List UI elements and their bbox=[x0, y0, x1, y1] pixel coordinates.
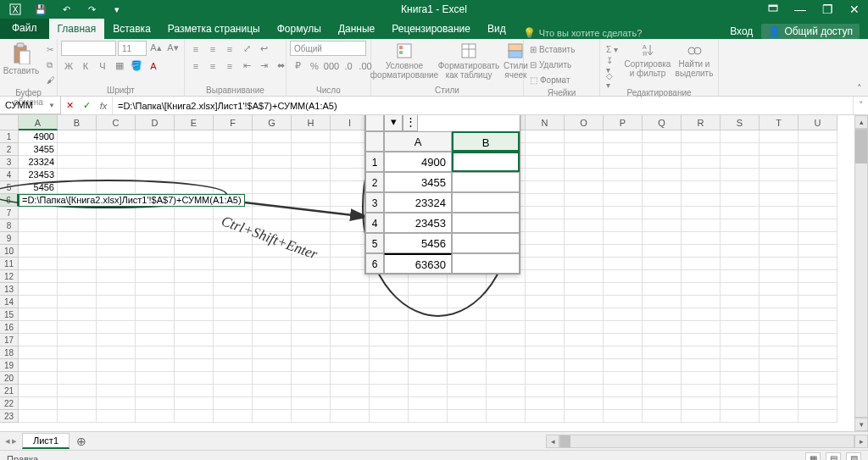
row-header-20[interactable]: 20 bbox=[0, 372, 19, 385]
cell-A2[interactable]: 3455 bbox=[19, 143, 58, 156]
cell-R4[interactable] bbox=[682, 169, 721, 181]
cell-A19[interactable] bbox=[19, 359, 58, 372]
cell-F10[interactable] bbox=[214, 245, 253, 258]
cell-J20[interactable] bbox=[370, 372, 409, 385]
cell-M18[interactable] bbox=[487, 346, 526, 359]
cell-K20[interactable] bbox=[409, 372, 448, 385]
cell-U17[interactable] bbox=[798, 334, 837, 346]
cell-R11[interactable] bbox=[682, 258, 721, 270]
cell-R17[interactable] bbox=[682, 334, 721, 346]
cell-A7[interactable] bbox=[19, 207, 58, 219]
cell-A11[interactable] bbox=[19, 258, 58, 270]
cell-C2[interactable] bbox=[97, 143, 136, 156]
cell-R15[interactable] bbox=[682, 308, 721, 321]
cell-J19[interactable] bbox=[370, 359, 409, 372]
cell-R16[interactable] bbox=[682, 321, 721, 334]
sheet-nav-prev[interactable]: ◂ bbox=[5, 435, 10, 446]
autosum-button[interactable]: Σ ▾ bbox=[604, 42, 621, 57]
row-header-2[interactable]: 2 bbox=[0, 143, 19, 156]
indent-dec-button[interactable]: ⇤ bbox=[239, 58, 254, 73]
cell-C18[interactable] bbox=[97, 346, 136, 359]
cell-S18[interactable] bbox=[721, 346, 760, 359]
cell-D9[interactable] bbox=[136, 232, 175, 245]
cell-U23[interactable] bbox=[798, 410, 837, 423]
col-header-P[interactable]: P bbox=[604, 115, 643, 130]
cell-S15[interactable] bbox=[721, 308, 760, 321]
cell-M17[interactable] bbox=[487, 334, 526, 346]
cell-J22[interactable] bbox=[370, 397, 409, 410]
cell-E8[interactable] bbox=[175, 219, 214, 232]
number-format-combo[interactable]: Общий bbox=[290, 41, 366, 56]
cell-U14[interactable] bbox=[798, 296, 837, 308]
tab-file[interactable]: Файл bbox=[0, 19, 49, 39]
cell-B5[interactable] bbox=[58, 181, 97, 194]
cell-Q9[interactable] bbox=[643, 232, 682, 245]
cell-L22[interactable] bbox=[448, 397, 487, 410]
cell-P3[interactable] bbox=[604, 156, 643, 169]
cell-A14[interactable] bbox=[19, 296, 58, 308]
cell-I20[interactable] bbox=[331, 372, 370, 385]
cell-H1[interactable] bbox=[292, 130, 331, 143]
cell-N11[interactable] bbox=[526, 258, 565, 270]
cell-C17[interactable] bbox=[97, 334, 136, 346]
cell-P9[interactable] bbox=[604, 232, 643, 245]
cell-G6[interactable] bbox=[253, 194, 292, 207]
add-sheet-button[interactable]: ⊕ bbox=[70, 435, 93, 448]
cell-D12[interactable] bbox=[136, 270, 175, 283]
cell-A4[interactable]: 23453 bbox=[19, 169, 58, 181]
cell-F20[interactable] bbox=[214, 372, 253, 385]
cell-Q14[interactable] bbox=[643, 296, 682, 308]
cell-F3[interactable] bbox=[214, 156, 253, 169]
cell-B3[interactable] bbox=[58, 156, 97, 169]
cell-E3[interactable] bbox=[175, 156, 214, 169]
cell-N2[interactable] bbox=[526, 143, 565, 156]
inc-decimal-button[interactable]: .0 bbox=[341, 58, 356, 73]
cell-P1[interactable] bbox=[604, 130, 643, 143]
cell-R20[interactable] bbox=[682, 372, 721, 385]
scroll-down-button[interactable]: ▾ bbox=[854, 418, 868, 431]
scroll-up-button[interactable]: ▴ bbox=[854, 115, 868, 129]
cell-G14[interactable] bbox=[253, 296, 292, 308]
wrap-text-button[interactable]: ↩ bbox=[256, 42, 271, 56]
cell-G21[interactable] bbox=[253, 385, 292, 397]
cell-F4[interactable] bbox=[214, 169, 253, 181]
cell-N14[interactable] bbox=[526, 296, 565, 308]
cell-G11[interactable] bbox=[253, 258, 292, 270]
cell-A18[interactable] bbox=[19, 346, 58, 359]
cell-E14[interactable] bbox=[175, 296, 214, 308]
cell-U19[interactable] bbox=[798, 359, 837, 372]
cell-Q22[interactable] bbox=[643, 397, 682, 410]
cell-I21[interactable] bbox=[331, 385, 370, 397]
col-header-A[interactable]: A bbox=[19, 115, 58, 130]
cell-J23[interactable] bbox=[370, 410, 409, 423]
row-header-6[interactable]: 6 bbox=[0, 194, 19, 207]
cell-J17[interactable] bbox=[370, 334, 409, 346]
tellme-input[interactable] bbox=[539, 28, 666, 38]
cell-U1[interactable] bbox=[798, 130, 837, 143]
cell-U18[interactable] bbox=[798, 346, 837, 359]
decrease-font-button[interactable]: A▾ bbox=[165, 41, 181, 55]
tab-formulas[interactable]: Формулы bbox=[269, 19, 330, 39]
cell-P6[interactable] bbox=[604, 194, 643, 207]
cell-P13[interactable] bbox=[604, 283, 643, 296]
cell-O19[interactable] bbox=[565, 359, 604, 372]
cell-E4[interactable] bbox=[175, 169, 214, 181]
cell-O13[interactable] bbox=[565, 283, 604, 296]
col-header-O[interactable]: O bbox=[565, 115, 604, 130]
row-header-23[interactable]: 23 bbox=[0, 410, 19, 423]
cell-E13[interactable] bbox=[175, 283, 214, 296]
cell-R2[interactable] bbox=[682, 143, 721, 156]
cell-S6[interactable] bbox=[721, 194, 760, 207]
cell-P14[interactable] bbox=[604, 296, 643, 308]
maximize-button[interactable]: ❐ bbox=[814, 0, 841, 19]
cell-D7[interactable] bbox=[136, 207, 175, 219]
cell-Q15[interactable] bbox=[643, 308, 682, 321]
cell-F9[interactable] bbox=[214, 232, 253, 245]
cell-H3[interactable] bbox=[292, 156, 331, 169]
expand-formula-bar-button[interactable]: ˅ bbox=[853, 97, 868, 114]
cell-C11[interactable] bbox=[97, 258, 136, 270]
cell-J13[interactable] bbox=[370, 283, 409, 296]
cell-B19[interactable] bbox=[58, 359, 97, 372]
cell-A9[interactable] bbox=[19, 232, 58, 245]
cell-I14[interactable] bbox=[331, 296, 370, 308]
